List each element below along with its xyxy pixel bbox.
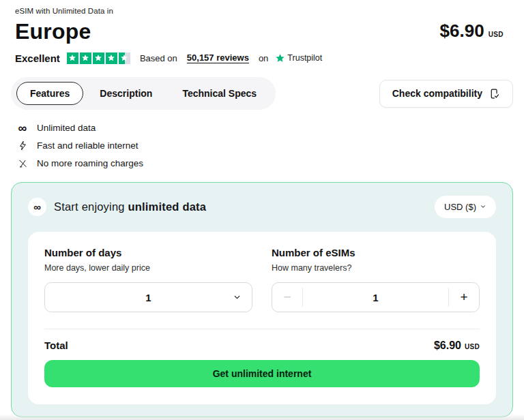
- total-price: $6.90 USD: [434, 340, 480, 352]
- infinity-icon: ∞: [15, 122, 30, 134]
- total-divider: [44, 329, 480, 329]
- title-regular: Start enjoying: [54, 200, 128, 213]
- esims-column: Number of eSIMs How many travelers? − 1 …: [272, 247, 480, 312]
- decrease-esims-button[interactable]: −: [272, 283, 302, 312]
- feature-item: Fast and reliable internet: [15, 140, 509, 151]
- trustpilot-star-icon: [275, 53, 285, 63]
- tab-features[interactable]: Features: [16, 82, 83, 105]
- based-on-text: Based on: [140, 53, 177, 63]
- page-header: eSIM with Unlimited Data in Europe $6.90…: [11, 7, 513, 44]
- esim-product-page: eSIM with Unlimited Data in Europe $6.90…: [0, 0, 524, 417]
- price-amount: $6.90: [440, 20, 484, 42]
- chevron-down-icon: [480, 203, 486, 210]
- check-compatibility-label: Check compatibility: [392, 88, 482, 99]
- rating-label: Excellent: [15, 52, 60, 64]
- increase-esims-button[interactable]: +: [449, 283, 479, 312]
- feature-item: ∞ Unlimited data: [15, 122, 509, 134]
- feature-item: No more roaming charges: [15, 158, 509, 169]
- days-column: Number of days More days, lower daily pr…: [44, 247, 252, 312]
- tab-description[interactable]: Description: [86, 82, 166, 105]
- header-price: $6.90 USD: [440, 20, 509, 42]
- days-select[interactable]: 1: [44, 282, 252, 312]
- on-text: on: [259, 53, 268, 63]
- title-bold: unlimited data: [128, 200, 206, 213]
- lightning-icon: [15, 140, 30, 151]
- reviews-link[interactable]: 50,157 reviews: [187, 52, 249, 63]
- days-hint: More days, lower daily price: [44, 263, 252, 273]
- purchase-card-title: Start enjoying unlimited data: [54, 200, 206, 213]
- total-label: Total: [44, 340, 68, 351]
- star-icon: [93, 52, 104, 64]
- check-compatibility-button[interactable]: Check compatibility: [379, 80, 513, 108]
- total-row: Total $6.90 USD: [44, 340, 480, 352]
- half-star-icon: [119, 52, 130, 64]
- trustpilot-logo: Trustpilot: [275, 53, 322, 63]
- tab-bar: Features Description Technical Specs: [11, 77, 276, 110]
- total-currency: USD: [465, 343, 480, 350]
- purchase-card: ∞ Start enjoying unlimited data USD ($) …: [11, 182, 513, 417]
- feature-label: Fast and reliable internet: [37, 140, 139, 151]
- phone-check-icon: [489, 88, 500, 100]
- currency-selector-value: USD ($): [444, 202, 476, 212]
- esims-label: Number of eSIMs: [272, 247, 480, 258]
- star-rating: [67, 52, 130, 64]
- get-unlimited-internet-button[interactable]: Get unlimited internet: [44, 360, 480, 387]
- feature-label: No more roaming charges: [37, 158, 143, 168]
- total-amount: $6.90: [434, 340, 461, 352]
- no-roaming-icon: [15, 158, 30, 168]
- price-currency: USD: [489, 31, 504, 38]
- infinity-badge-icon: ∞: [28, 198, 46, 216]
- esims-hint: How many travelers?: [272, 263, 480, 273]
- page-bottom-divider: [0, 414, 524, 420]
- purchase-card-body: Number of days More days, lower daily pr…: [28, 232, 496, 404]
- star-icon: [80, 52, 91, 64]
- feature-list: ∞ Unlimited data Fast and reliable inter…: [11, 122, 513, 169]
- page-title: Europe: [15, 19, 113, 44]
- trustpilot-rating-row: Excellent Based on 50,157 reviews on Tru…: [11, 51, 513, 65]
- feature-label: Unlimited data: [37, 123, 96, 133]
- trustpilot-name: Trustpilot: [287, 53, 322, 63]
- header-left: eSIM with Unlimited Data in Europe: [15, 7, 113, 44]
- option-columns: Number of days More days, lower daily pr…: [44, 247, 480, 312]
- esims-count: 1: [303, 292, 448, 303]
- star-icon: [106, 52, 117, 64]
- tab-technical-specs[interactable]: Technical Specs: [169, 82, 270, 105]
- days-label: Number of days: [44, 247, 252, 258]
- chevron-down-icon: [233, 293, 242, 302]
- esims-stepper: − 1 +: [272, 282, 480, 312]
- currency-selector[interactable]: USD ($): [435, 196, 496, 218]
- tabs-row: Features Description Technical Specs Che…: [11, 77, 513, 110]
- purchase-card-header: ∞ Start enjoying unlimited data USD ($): [28, 196, 496, 217]
- star-icon: [67, 52, 78, 64]
- days-select-value: 1: [145, 292, 151, 303]
- product-kicker: eSIM with Unlimited Data in: [15, 7, 113, 15]
